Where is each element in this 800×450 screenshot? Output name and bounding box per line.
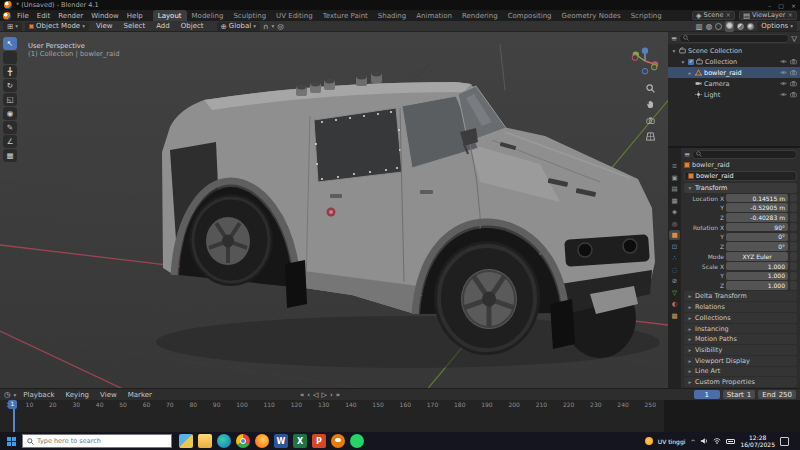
workspace-tab-animation[interactable]: Animation bbox=[411, 10, 457, 21]
outliner-search[interactable] bbox=[679, 34, 789, 43]
physics-tab[interactable]: ◌ bbox=[669, 265, 680, 275]
widgets-icon[interactable] bbox=[179, 434, 193, 448]
frame-end-field[interactable]: End250 bbox=[758, 390, 796, 399]
world-tab[interactable]: ◎ bbox=[669, 219, 680, 229]
proportional-editing-icon[interactable]: ◎ bbox=[277, 22, 284, 31]
modifiers-tab[interactable]: ⊡ bbox=[669, 242, 680, 252]
battery-icon[interactable] bbox=[726, 439, 735, 444]
menu-marker[interactable]: Marker bbox=[124, 391, 156, 399]
scene-unlink-icon[interactable]: × bbox=[725, 11, 730, 19]
xray-toggle-icon[interactable]: ▥ bbox=[696, 22, 703, 31]
excel-icon[interactable]: X bbox=[293, 434, 307, 448]
weather-widget-label[interactable]: UV tinggi bbox=[658, 438, 686, 445]
search-input[interactable] bbox=[37, 437, 167, 445]
workspace-tab-uv-editing[interactable]: UV Editing bbox=[271, 10, 318, 21]
blender-menu-icon[interactable] bbox=[3, 12, 11, 20]
word-icon[interactable]: W bbox=[274, 434, 288, 448]
edge-icon[interactable] bbox=[217, 434, 231, 448]
animate-dot[interactable] bbox=[790, 223, 797, 232]
jump-to-end-button[interactable]: » bbox=[336, 391, 340, 399]
whatsapp-icon[interactable] bbox=[350, 434, 364, 448]
collection-checkbox[interactable]: ✓ bbox=[688, 59, 694, 65]
instancing-section[interactable]: ▸Instancing bbox=[684, 324, 797, 334]
outliner-editor-icon[interactable]: ≡ bbox=[671, 34, 677, 43]
menu-file[interactable]: File bbox=[13, 12, 33, 20]
animate-dot[interactable] bbox=[790, 281, 797, 290]
animate-dot[interactable] bbox=[790, 203, 797, 212]
hide-eye-icon[interactable] bbox=[780, 91, 787, 98]
taskbar-search[interactable] bbox=[22, 434, 172, 448]
prev-keyframe-button[interactable]: ‹ bbox=[307, 391, 310, 399]
shading-material-icon[interactable] bbox=[737, 23, 744, 30]
play-button[interactable]: ▷ bbox=[322, 391, 327, 399]
scale-x-field[interactable]: 1.000 bbox=[726, 262, 788, 271]
timeline-editor-icon[interactable]: ◷ bbox=[4, 390, 11, 399]
workspace-tab-layout[interactable]: Layout bbox=[153, 10, 187, 21]
animate-dot[interactable] bbox=[790, 242, 797, 251]
custom-properties-section[interactable]: ▸Custom Properties bbox=[684, 377, 797, 387]
current-frame-field[interactable]: 1 bbox=[694, 390, 720, 399]
expand-icon[interactable]: ▾ bbox=[680, 59, 686, 65]
scene-tab[interactable]: ◈ bbox=[669, 207, 680, 217]
scale-y-field[interactable]: 1.000 bbox=[726, 272, 788, 281]
scale-tool[interactable]: ◱ bbox=[3, 93, 17, 106]
outliner-row-camera[interactable]: Camera bbox=[668, 78, 800, 89]
scale-z-field[interactable]: 1.000 bbox=[726, 281, 788, 290]
shading-wireframe-icon[interactable] bbox=[715, 23, 722, 30]
outliner-row-collection[interactable]: ▾ ✓ Collection bbox=[668, 56, 800, 67]
viewport-display-section[interactable]: ▸Viewport Display bbox=[684, 356, 797, 366]
snap-magnet-icon[interactable]: ∩ bbox=[263, 22, 269, 31]
frame-start-field[interactable]: Start1 bbox=[723, 390, 756, 399]
minimize-button[interactable]: – bbox=[768, 2, 771, 9]
relations-section[interactable]: ▸Relations bbox=[684, 302, 797, 312]
tray-chevron-icon[interactable]: ^ bbox=[690, 438, 695, 445]
shading-rendered-icon[interactable] bbox=[747, 23, 754, 30]
3d-viewport[interactable]: User Perspective (1) Collection | bowler… bbox=[0, 32, 668, 388]
start-button[interactable] bbox=[0, 432, 22, 450]
options-dropdown[interactable]: Options ▾ bbox=[757, 22, 797, 31]
menu-window[interactable]: Window bbox=[87, 12, 123, 20]
navigation-gizmo[interactable] bbox=[630, 46, 660, 76]
viewlayer-selector[interactable]: ▤ ViewLayer × bbox=[739, 11, 797, 20]
workspace-tab-scripting[interactable]: Scripting bbox=[626, 10, 667, 21]
render-visibility-icon[interactable] bbox=[790, 80, 797, 87]
workspace-tab-sculpting[interactable]: Sculpting bbox=[228, 10, 271, 21]
workspace-tab-modeling[interactable]: Modeling bbox=[187, 10, 229, 21]
line-art-section[interactable]: ▸Line Art bbox=[684, 367, 797, 377]
play-reverse-button[interactable]: ◁ bbox=[313, 391, 318, 399]
workspace-tab-geometry-nodes[interactable]: Geometry Nodes bbox=[557, 10, 626, 21]
scene-selector[interactable]: ◈ Scene × bbox=[692, 11, 735, 20]
menu-add[interactable]: Add bbox=[152, 22, 174, 30]
menu-object[interactable]: Object bbox=[177, 22, 208, 30]
blender-taskbar-icon[interactable] bbox=[331, 434, 345, 448]
taskbar-clock[interactable]: 12:28 16/07/2025 bbox=[740, 434, 775, 449]
menu-view-timeline[interactable]: View bbox=[96, 391, 121, 399]
jump-to-start-button[interactable]: « bbox=[300, 391, 304, 399]
menu-select[interactable]: Select bbox=[120, 22, 150, 30]
animate-dot[interactable] bbox=[790, 233, 797, 242]
properties-editor-icon[interactable]: ≡ bbox=[684, 150, 690, 159]
next-keyframe-button[interactable]: › bbox=[330, 391, 333, 399]
powerpoint-icon[interactable]: P bbox=[312, 434, 326, 448]
animate-dot[interactable] bbox=[790, 262, 797, 271]
cursor-tool[interactable] bbox=[3, 51, 17, 64]
material-tab[interactable]: ◐ bbox=[669, 299, 680, 309]
outliner-row-scene-collection[interactable]: ▾ Scene Collection bbox=[668, 45, 800, 56]
animate-dot[interactable] bbox=[790, 194, 797, 203]
render-visibility-icon[interactable] bbox=[790, 69, 797, 76]
render-tab[interactable]: ▣ bbox=[669, 173, 680, 183]
menu-edit[interactable]: Edit bbox=[33, 12, 55, 20]
animate-dot[interactable] bbox=[790, 252, 797, 261]
mode-dropdown[interactable]: Object Mode ▾ bbox=[25, 22, 89, 31]
view-layer-tab[interactable]: ▦ bbox=[669, 196, 680, 206]
editor-type-button[interactable]: ⊞ ▾ bbox=[3, 22, 22, 31]
particles-tab[interactable]: ∴ bbox=[669, 253, 680, 263]
timeline[interactable]: 1102030405060708090100110120130140150160… bbox=[0, 400, 800, 432]
menu-view[interactable]: View bbox=[92, 22, 117, 30]
perspective-toggle-icon[interactable] bbox=[646, 132, 655, 141]
maximize-button[interactable]: ▢ bbox=[778, 2, 784, 9]
expand-icon[interactable]: ▾ bbox=[671, 48, 677, 54]
workspace-tab-rendering[interactable]: Rendering bbox=[457, 10, 503, 21]
workspace-tab-compositing[interactable]: Compositing bbox=[503, 10, 557, 21]
output-tab[interactable]: ▤ bbox=[669, 184, 680, 194]
